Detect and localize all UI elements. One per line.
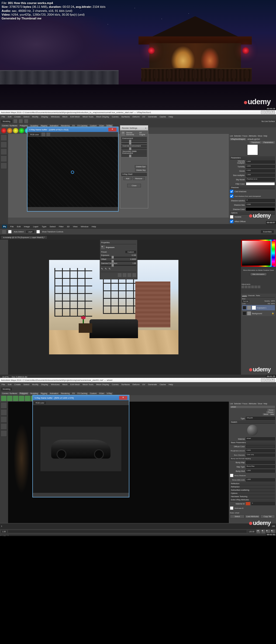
size-field[interactable]: 1.000 (246, 174, 275, 177)
shelf-tab-rendering[interactable]: Rendering (60, 392, 71, 395)
maximize-button[interactable]: □ (266, 111, 270, 114)
skymodel-dropdown[interactable]: Preetham et al. (246, 178, 275, 181)
menu-file[interactable]: File (2, 383, 5, 386)
env-slider[interactable] (121, 155, 147, 157)
eye-icon[interactable] (123, 273, 126, 277)
history-tool[interactable] (1, 291, 7, 297)
scale-tool[interactable] (1, 162, 7, 169)
hide-btn[interactable]: Hide (270, 413, 275, 415)
menu-select[interactable]: Select (23, 383, 29, 386)
step-back-icon[interactable]: ◀ (261, 530, 265, 533)
vray-close-button[interactable]: × (119, 396, 127, 400)
select-button[interactable]: Select (230, 515, 244, 518)
section-reflection[interactable]: Reflection (230, 482, 275, 485)
focus-btn[interactable]: Focus (267, 409, 275, 411)
transform-button[interactable]: Transform (250, 141, 261, 144)
maya-menubar[interactable]: File Edit Create Select Modify Display W… (0, 114, 276, 119)
layers-tab[interactable]: Layers (242, 295, 247, 297)
shelf-poly-icon[interactable] (1, 396, 6, 401)
subdivs-field[interactable]: 8 (246, 199, 275, 202)
menu-edit[interactable]: Edit (17, 225, 21, 228)
color-picker[interactable] (241, 240, 276, 267)
lasso-tool[interactable] (1, 252, 7, 257)
load-button[interactable]: Load Attributes (245, 515, 260, 518)
scale-tool[interactable] (1, 430, 7, 437)
adjustments-panel[interactable]: Adjustments (241, 283, 276, 294)
vray-tool-icon[interactable] (46, 133, 50, 136)
hand-tool[interactable] (1, 342, 7, 348)
delete-sky-button[interactable]: Delete Sky (135, 169, 147, 172)
move-tool[interactable] (1, 416, 7, 423)
autoselect-check[interactable] (8, 230, 12, 233)
menu-deform[interactable]: Deform (133, 116, 140, 118)
attr-tab[interactable]: List (230, 135, 233, 137)
anim-end-field[interactable]: 120.00 (248, 530, 256, 533)
attr-tab[interactable]: Show (258, 135, 263, 137)
menu-uv[interactable]: UV (142, 116, 145, 118)
multimate-check[interactable] (230, 506, 233, 510)
exposure-properties-panel[interactable]: Properties ☀ Exposure Preset:Custom Expo… (100, 240, 137, 279)
section-sss[interactable]: Subsurface scattering (230, 489, 275, 492)
bump-shadows-check[interactable] (230, 474, 233, 477)
opacity-field[interactable]: 100% (271, 300, 275, 302)
menu-uv[interactable]: UV (142, 383, 145, 386)
illum-dropdown[interactable]: Color only (246, 453, 275, 457)
rs-tab[interactable]: GI (121, 131, 125, 136)
right-panels[interactable]: More information on Adobe Creative Cloud… (241, 240, 276, 375)
document-tab-bar[interactable]: a.nocamp @ 16.7% (Exposure 1, Layer Mask… (0, 235, 276, 240)
menu-mesh[interactable]: Mesh (62, 116, 68, 118)
copy-button[interactable]: Copy Tab (260, 515, 275, 518)
type-tool[interactable] (1, 325, 7, 331)
play-back-icon[interactable]: |◀ (257, 530, 260, 533)
menu-type[interactable]: Type (42, 225, 46, 228)
menu-cache[interactable]: Cache (160, 383, 166, 386)
material-swatch[interactable] (247, 425, 258, 436)
adj-icon[interactable] (245, 286, 247, 288)
render-settings-titlebar[interactable]: Render Settings × (120, 126, 148, 130)
color-swatch[interactable] (247, 144, 258, 155)
matid-field[interactable]: 1 (251, 502, 275, 505)
shelf-tab-sculpting[interactable]: Sculpting (29, 392, 39, 395)
gradient-tool[interactable] (1, 303, 7, 308)
exposure-slider[interactable] (101, 257, 136, 258)
menu-select[interactable]: Select (23, 116, 29, 118)
menu-windows[interactable]: Windows (51, 116, 60, 118)
menu-view[interactable]: View (73, 225, 77, 228)
maximize-button[interactable]: □ (266, 378, 270, 382)
material-field[interactable]: wheel (246, 437, 275, 440)
document-tab[interactable]: a.nocamp @ 16.7% (Exposure 1, Layer Mask… (1, 236, 47, 239)
shelf-icon[interactable] (19, 128, 24, 133)
shelf-poly-icon[interactable] (13, 396, 18, 401)
env-slider[interactable] (121, 143, 147, 144)
adj-icon[interactable] (251, 286, 254, 288)
shelf-tab-fx[interactable]: FX (71, 392, 76, 395)
menu-surfaces[interactable]: Surfaces (121, 116, 130, 118)
channels-tab[interactable]: Channels (248, 295, 255, 297)
menu-curves[interactable]: Curves (112, 116, 119, 118)
menu-display[interactable]: Display (41, 383, 48, 386)
cast-trans-check[interactable] (230, 194, 233, 198)
lasso-tool[interactable] (1, 409, 7, 416)
section-override[interactable]: Override Environment (121, 144, 147, 148)
invisible-check[interactable] (230, 215, 233, 219)
node-tab[interactable]: VRaySunShape1 (230, 138, 246, 140)
attr-tab[interactable]: Focus (242, 403, 247, 405)
menu-windows[interactable]: Windows (51, 383, 60, 386)
rs-tab[interactable]: RT Engine (139, 131, 147, 136)
vray-titlebar[interactable]: V-Ray frame buffer - [50% of 1229 x 676]… (33, 395, 129, 400)
menu-editmesh[interactable]: Edit Mesh (70, 383, 80, 386)
shelf-tab-polygons[interactable]: Polygons (19, 392, 29, 395)
shelf-tab-xgen[interactable]: XGen (98, 392, 105, 395)
more-info-button[interactable]: Más información (250, 273, 267, 276)
wand-tool[interactable] (1, 257, 7, 263)
stamp-tool[interactable] (1, 286, 7, 291)
menu-mesh[interactable]: Mesh (62, 383, 68, 386)
attr-tab[interactable]: List (230, 403, 233, 405)
preset-dropdown[interactable]: Custom (125, 251, 136, 253)
move-tool[interactable] (1, 148, 7, 155)
shelf-poly-icon[interactable] (19, 396, 24, 401)
node-tab[interactable]: defaultLightSet (247, 138, 261, 140)
shelf-icon[interactable] (7, 128, 12, 133)
vray-toolbar[interactable]: RGB color (33, 400, 129, 405)
anim-start-field[interactable]: 1.00 (1, 530, 7, 533)
